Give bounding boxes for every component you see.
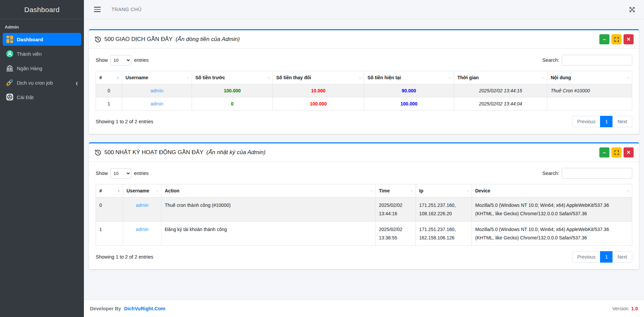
cell-amount-current: 100.000 — [364, 97, 454, 110]
collapse-button[interactable]: − — [599, 34, 609, 44]
sort-icon: ↑↓ — [410, 189, 413, 193]
username-link[interactable]: admin — [136, 227, 148, 232]
page-number-button[interactable]: 1 — [600, 116, 613, 127]
column-header-action[interactable]: Action↑↓ — [161, 184, 376, 197]
panel-subtitle: (Ẩn dòng tiền của Admin) — [176, 36, 240, 43]
history-icon — [94, 149, 101, 156]
fullscreen-icon[interactable] — [629, 6, 635, 13]
sidebar-item-dashboard[interactable]: Dashboard — [3, 33, 81, 46]
column-header-device[interactable]: Device↑↓ — [472, 184, 632, 197]
page-length-select[interactable]: 10 — [110, 55, 131, 65]
developer-link[interactable]: DichVuRight.Com — [124, 306, 165, 311]
sidebar: Dashboard Admin Dashboard — [0, 0, 84, 317]
username-link[interactable]: admin — [150, 88, 163, 93]
cell-device: Mozilla/5.0 (Windows NT 10.0; Win64; x64… — [472, 197, 632, 222]
cell-action: Thuê cron thành công (#10000) — [161, 197, 376, 222]
cell-index: 1 — [96, 97, 122, 110]
sort-icon: ↑↓ — [466, 189, 469, 193]
cell-index: 0 — [96, 84, 122, 97]
column-header-amount-current[interactable]: Số tiền hiện tại↑↓ — [364, 71, 454, 84]
top-navbar: TRANG CHỦ — [84, 0, 644, 19]
sort-icon: ↑↓ — [542, 76, 544, 80]
cell-content: Thuê Cron #10000 — [547, 84, 632, 97]
column-header-amount-before[interactable]: Số tiền trước↑↓ — [192, 71, 273, 84]
column-header-content[interactable]: Nội dung↑↓ — [547, 71, 632, 84]
sort-icon: ↑↓ — [117, 76, 119, 80]
expand-icon — [614, 150, 619, 155]
link-icon — [6, 79, 13, 86]
sort-icon: ↑↓ — [627, 76, 629, 80]
gear-icon — [6, 93, 13, 101]
sidebar-item-members[interactable]: Thành viên — [3, 47, 81, 60]
dashboard-grid-icon — [6, 36, 13, 43]
collapse-button[interactable]: − — [599, 147, 609, 157]
bank-icon — [6, 64, 13, 72]
sidebar-item-label: Thành viên — [17, 51, 42, 57]
expand-icon — [614, 37, 619, 42]
sidebar-section-label: Admin — [0, 19, 84, 33]
sidebar-item-settings[interactable]: Cài Đặt — [3, 91, 81, 103]
column-header-index[interactable]: #↑↓ — [96, 71, 122, 84]
show-label: Show — [96, 171, 108, 176]
sort-icon: ↑↓ — [118, 189, 120, 193]
table-info: Showing 1 to 2 of 2 entries — [96, 254, 153, 260]
search-label: Search: — [542, 57, 559, 63]
version-label: Version — [612, 306, 628, 311]
username-link[interactable]: admin — [150, 101, 163, 106]
cell-amount-before: 0 — [192, 97, 273, 110]
maximize-button[interactable] — [611, 34, 622, 44]
minus-icon: − — [603, 37, 606, 42]
menu-toggle-icon[interactable] — [94, 7, 101, 12]
table-info: Showing 1 to 2 of 2 entries — [96, 119, 153, 124]
username-link[interactable]: admin — [136, 202, 148, 208]
history-icon — [94, 36, 101, 43]
cell-device: Mozilla/5.0 (Windows NT 10.0; Win64; x64… — [472, 222, 632, 246]
page-length-select[interactable]: 10 — [110, 168, 131, 179]
cell-amount-change: 100.000 — [273, 97, 364, 110]
activity-log-panel: 500 NHẬT KÝ HOẠT ĐỘNG GẦN ĐÂY (Ẩn nhật k… — [89, 142, 639, 269]
close-button[interactable]: ✕ — [624, 34, 634, 44]
show-label: Show — [96, 57, 108, 63]
pagination: Previous 1 Next — [572, 251, 632, 263]
column-header-username[interactable]: Username↑↓ — [123, 184, 161, 197]
table-row: 1 admin 0 100.000 100.000 2025/02/02 13:… — [96, 97, 632, 110]
maximize-button[interactable] — [611, 147, 622, 157]
sidebar-item-banks[interactable]: Ngân Hàng — [3, 62, 81, 75]
chevron-left-icon: ‹ — [76, 78, 78, 87]
column-header-time[interactable]: Time↑↓ — [376, 184, 416, 197]
table-row: 0 admin Thuê cron thành công (#10000) 20… — [96, 197, 632, 222]
search-input[interactable] — [562, 55, 632, 65]
sort-icon: ↑↓ — [267, 76, 270, 80]
next-page-button[interactable]: Next — [612, 251, 632, 263]
close-button[interactable]: ✕ — [624, 147, 634, 157]
sort-icon: ↑↓ — [370, 189, 373, 193]
previous-page-button[interactable]: Previous — [572, 251, 600, 263]
column-header-username[interactable]: Username↑↓ — [122, 71, 192, 84]
sidebar-brand-title: Dashboard — [0, 0, 84, 19]
cell-index: 0 — [96, 197, 123, 222]
search-input[interactable] — [562, 168, 632, 179]
cell-time: 2025/02/02 13:44:16 — [376, 197, 416, 222]
search-label: Search: — [542, 171, 559, 176]
sidebar-item-cron-service[interactable]: Dịch vụ cron job ‹ — [3, 76, 81, 89]
column-header-time[interactable]: Thời gian↑↓ — [454, 71, 547, 84]
column-header-ip[interactable]: Ip↑↓ — [416, 184, 472, 197]
breadcrumb-home[interactable]: TRANG CHỦ — [111, 7, 142, 12]
developer-label: Developer By — [90, 306, 121, 311]
previous-page-button[interactable]: Previous — [572, 116, 600, 127]
entries-label: entries — [134, 171, 149, 176]
column-header-index[interactable]: #↑↓ — [96, 184, 123, 197]
cell-action: Đăng ký tài khoản thành công — [161, 222, 376, 246]
sidebar-item-label: Cài Đặt — [17, 94, 34, 100]
table-header-row: #↑↓ Username↑↓ Số tiền trước↑↓ Số tiền t… — [96, 71, 632, 84]
column-header-amount-change[interactable]: Số tiền thay đổi↑↓ — [273, 71, 364, 84]
sort-icon: ↑↓ — [449, 76, 451, 80]
table-row: 1 admin Đăng ký tài khoản thành công 202… — [96, 222, 632, 246]
sort-icon: ↑↓ — [359, 76, 361, 80]
entries-label: entries — [134, 57, 149, 63]
close-icon: ✕ — [627, 149, 631, 155]
panel-title: 500 NHẬT KÝ HOẠT ĐỘNG GẦN ĐÂY — [104, 149, 203, 156]
pagination: Previous 1 Next — [572, 116, 632, 127]
page-number-button[interactable]: 1 — [600, 251, 613, 263]
next-page-button[interactable]: Next — [612, 116, 632, 127]
